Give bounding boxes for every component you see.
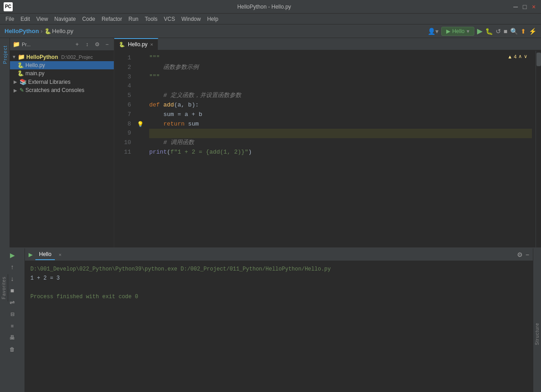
title-bar: PC HelloPython - Hello.py ─ □ × <box>0 0 541 14</box>
tab-close-hello[interactable]: × <box>150 42 153 47</box>
nav-bar: HelloPython › 🐍 Hello.py 👤▾ ▶ Hello ▾ ▶ … <box>0 24 541 38</box>
tree-label-extlib: External Libraries <box>28 79 70 85</box>
expand-icon[interactable]: ∨ <box>524 53 527 59</box>
menu-file[interactable]: File <box>3 15 17 23</box>
close-button[interactable]: × <box>530 3 537 10</box>
tree-arrow-root: ▼ <box>12 54 16 59</box>
run-panel-header: ▶ Hello × ⚙ − <box>25 248 533 261</box>
code-content[interactable]: """ 函数参数示例 """ # 定义函数，并设置函数参数 def add(a,… <box>146 51 536 247</box>
project-panel: 📁 Pr... + ↕ ⚙ − ▼ 📁 HelloPython D:\002_P… <box>10 38 114 247</box>
minimize-button[interactable]: ─ <box>512 3 519 10</box>
project-tree: ▼ 📁 HelloPython D:\002_Projec 🐍 Hello.py… <box>10 51 114 247</box>
maximize-button[interactable]: □ <box>521 3 528 10</box>
folder-icon-root: 📁 <box>18 53 25 60</box>
warning-icon-line8: 💡 <box>137 121 144 127</box>
structure-label[interactable]: Structure <box>533 319 541 349</box>
run-config-label: Hello <box>452 28 464 34</box>
tree-label-hello: Hello.py <box>25 62 45 68</box>
menu-navigate[interactable]: Navigate <box>52 15 78 23</box>
run-split-btn[interactable]: ≡ <box>7 321 17 331</box>
tree-item-root[interactable]: ▼ 📁 HelloPython D:\002_Projec <box>10 53 114 61</box>
line-numbers: 1 2 3 4 5 6 7 8 9 10 11 <box>114 51 135 247</box>
menu-view[interactable]: View <box>34 15 51 23</box>
panel-close-btn[interactable]: − <box>103 40 111 48</box>
menu-run[interactable]: Run <box>126 15 141 23</box>
run-down-btn[interactable]: ↓ <box>7 274 17 284</box>
editor-vscrollbar[interactable] <box>536 51 541 247</box>
tree-icon-hello: 🐍 <box>17 62 24 68</box>
code-line-5: # 定义函数，并设置函数参数 <box>149 91 532 101</box>
run-stop-btn[interactable]: ■ <box>7 286 17 295</box>
menu-edit[interactable]: Edit <box>18 15 33 23</box>
bottom-panel: ▶ ↑ ↓ ■ ⇌ ⊟ ≡ 🖶 🗑 ▶ Hello × ⚙ − D:\001_D… <box>0 247 541 392</box>
menu-items[interactable]: File Edit View Navigate Code Refactor Ru… <box>3 15 221 23</box>
run-button[interactable]: ▶ <box>477 27 483 35</box>
code-line-3: """ <box>149 73 532 82</box>
run-play-btn[interactable]: ▶ <box>7 250 17 260</box>
run-rerun-btn[interactable]: ⇌ <box>7 297 17 307</box>
menu-tools[interactable]: Tools <box>142 15 160 23</box>
folder-icon: 📁 <box>13 41 20 48</box>
console-line-2: 1 + 2 = 3 <box>30 274 527 283</box>
breadcrumb-project[interactable]: HelloPython <box>5 28 39 34</box>
user-icon[interactable]: 👤▾ <box>428 28 439 35</box>
stop-button[interactable]: ■ <box>504 28 507 35</box>
menu-help[interactable]: Help <box>205 15 221 23</box>
code-editor[interactable]: 1 2 3 4 5 6 7 8 9 10 11 . 💡 <box>114 51 541 247</box>
code-line-8: return sum <box>149 120 532 129</box>
code-line-10: # 调用函数 <box>149 138 532 148</box>
app-logo: PC <box>4 2 13 11</box>
panel-add-btn[interactable]: + <box>73 40 81 48</box>
code-line-1: """ <box>149 53 532 63</box>
editor-area: 🐍 Hello.py × 1 2 3 4 5 6 7 8 9 10 11 . <box>114 38 541 247</box>
update-button[interactable]: ⬆ <box>521 28 526 35</box>
run-up-btn[interactable]: ↑ <box>7 262 17 272</box>
run-trash-btn[interactable]: 🗑 <box>7 344 17 354</box>
menu-window[interactable]: Window <box>179 15 204 23</box>
run-tab-icon: ▶ <box>29 252 33 258</box>
power-button[interactable]: ⚡ <box>529 28 536 35</box>
vscroll-thumb[interactable] <box>536 53 541 66</box>
run-config-button[interactable]: ▶ Hello ▾ <box>441 27 474 36</box>
project-strip-label[interactable]: Project <box>1 42 9 68</box>
run-print-btn[interactable]: 🖶 <box>7 333 17 343</box>
run-config-icon: ▶ <box>446 28 450 34</box>
tree-item-scratch[interactable]: ▶ ✎ Scratches and Consoles <box>10 86 114 94</box>
coverage-button[interactable]: ↺ <box>496 28 501 35</box>
favorites-label[interactable]: Favorites <box>1 276 6 299</box>
tree-item-hello[interactable]: 🐍 Hello.py <box>10 61 114 69</box>
gutter: . 💡 <box>135 51 146 247</box>
console-line-4: Process finished with exit code 0 <box>30 292 527 301</box>
search-button[interactable]: 🔍 <box>510 28 518 35</box>
tree-icon-main: 🐍 <box>17 70 24 77</box>
favorites-strip: Favorites <box>0 274 8 301</box>
warning-count[interactable]: ▲ 4 ∧ ∨ <box>507 53 527 59</box>
code-line-7: sum = a + b <box>149 110 532 120</box>
panel-sync-btn[interactable]: ↕ <box>83 40 91 48</box>
code-line-6: def add(a, b): <box>149 101 532 110</box>
run-config-chevron: ▾ <box>467 28 469 34</box>
debug-button[interactable]: 🐛 <box>485 28 493 35</box>
run-softrap-btn[interactable]: ⊟ <box>7 309 17 319</box>
collapse-icon[interactable]: ∧ <box>518 53 522 59</box>
tree-icon-scratch: ✎ <box>19 87 24 93</box>
run-tab-label[interactable]: Hello <box>35 249 55 260</box>
code-line-11: print(f"1 + 2 = {add(1, 2)}") <box>149 148 532 157</box>
tree-path-root: D:\002_Projec <box>61 54 93 60</box>
editor-tab-hello[interactable]: 🐍 Hello.py × <box>114 38 158 50</box>
breadcrumb-file[interactable]: Hello.py <box>52 28 73 34</box>
console-line-1: D:\001_Develop\022_Python\Python39\pytho… <box>30 265 527 274</box>
run-settings-btn[interactable]: ⚙ <box>517 251 523 258</box>
main-area: Project 📁 Pr... + ↕ ⚙ − ▼ 📁 HelloPython … <box>0 38 541 247</box>
window-controls[interactable]: ─ □ × <box>512 3 537 10</box>
menu-refactor[interactable]: Refactor <box>99 15 125 23</box>
menu-vcs[interactable]: VCS <box>161 15 178 23</box>
tree-item-main[interactable]: 🐍 main.py <box>10 69 114 77</box>
run-minimize-btn[interactable]: − <box>526 251 529 258</box>
menu-code[interactable]: Code <box>79 15 98 23</box>
run-tab-close[interactable]: × <box>58 252 61 257</box>
panel-settings-btn[interactable]: ⚙ <box>93 40 101 48</box>
tab-icon-hello: 🐍 <box>119 42 125 48</box>
tree-item-extlib[interactable]: ▶ 📚 External Libraries <box>10 77 114 86</box>
nav-right: 👤▾ ▶ Hello ▾ ▶ 🐛 ↺ ■ 🔍 ⬆ ⚡ <box>428 27 536 36</box>
